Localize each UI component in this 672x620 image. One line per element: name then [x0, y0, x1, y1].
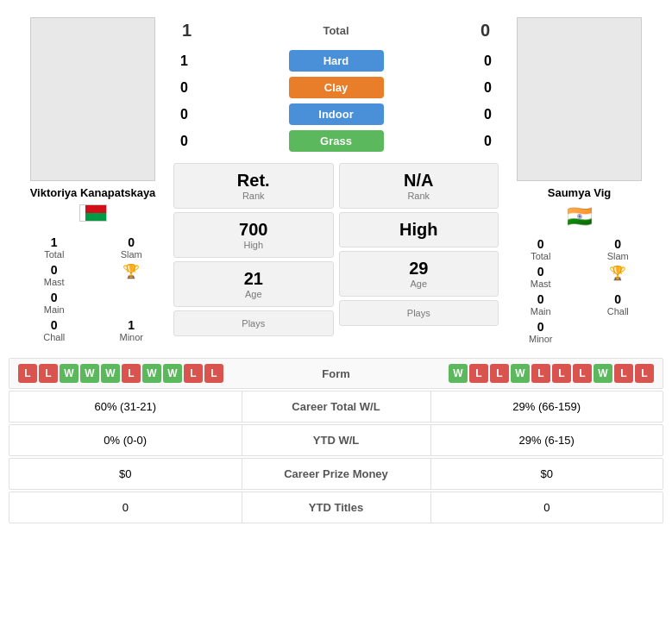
- right-minor-stat: 0 Minor: [504, 320, 578, 344]
- left-slam-stat: 0 Slam: [95, 235, 169, 260]
- form-badge-l: L: [39, 364, 58, 383]
- right-player-name: Saumya Vig: [548, 186, 611, 199]
- right-chall-value: 0: [614, 292, 621, 306]
- left-minor-label: Minor: [119, 332, 143, 342]
- vs-left-score: 1: [182, 21, 192, 41]
- vs-total-label: Total: [323, 24, 349, 37]
- left-mast-stat: 0 Mast: [17, 263, 91, 287]
- left-age-val: 21: [178, 269, 330, 289]
- right-player-flag: 🇮🇳: [567, 204, 593, 229]
- left-total-stat: 1 Total: [17, 235, 91, 260]
- surface-row-hard: 1 Hard 0: [173, 47, 499, 74]
- left-chall-label: Chall: [43, 332, 65, 342]
- form-badge-l: L: [531, 364, 550, 383]
- form-badge-w: W: [80, 364, 99, 383]
- right-slam-stat: 0 Slam: [581, 237, 656, 261]
- left-main-label: Main: [44, 304, 65, 315]
- career-total-center: Career Total W/L: [242, 391, 431, 422]
- right-total-stat: 0 Total: [504, 237, 578, 261]
- right-rank-lbl: Rank: [343, 191, 495, 201]
- ytd-titles-left: 0: [9, 492, 242, 523]
- ytd-wl-center: YTD W/L: [242, 425, 431, 455]
- indoor-button[interactable]: Indoor: [289, 103, 384, 125]
- right-trophy: 🏆: [581, 265, 656, 289]
- right-chall-stat: 0 Chall: [581, 292, 656, 316]
- right-player-photo: [517, 17, 642, 181]
- left-trophy: 🏆: [95, 263, 169, 287]
- grass-right: 0: [477, 134, 499, 149]
- form-badge-l: L: [204, 364, 223, 383]
- hard-left: 1: [173, 53, 195, 69]
- right-age-box: 29 Age: [339, 251, 499, 297]
- form-badge-l: L: [18, 364, 37, 383]
- hard-right: 0: [477, 53, 499, 69]
- form-label: Form: [322, 367, 350, 380]
- right-age-lbl: Age: [343, 279, 495, 289]
- form-badge-l: L: [490, 364, 509, 383]
- bottom-stats: LLWWWLWWLL Form WLLWLLLWLL 60% (31-21) C…: [9, 358, 663, 523]
- right-chall-label: Chall: [607, 306, 629, 316]
- right-main-value: 0: [537, 292, 544, 306]
- form-badge-w: W: [163, 364, 182, 383]
- hard-button[interactable]: Hard: [289, 50, 384, 72]
- ytd-wl-right: 29% (6-15): [431, 425, 663, 455]
- left-player: Viktoriya Kanapatskaya 1 Total 0 Slam 0 …: [17, 17, 168, 342]
- right-player: Saumya Vig 🇮🇳 0 Total 0 Slam 0 Mast: [504, 17, 655, 344]
- ytd-wl-left: 0% (0-0): [9, 425, 242, 455]
- left-age-lbl: Age: [178, 289, 330, 299]
- left-mast-label: Mast: [44, 277, 65, 287]
- ytd-titles-center: YTD Titles: [242, 492, 431, 523]
- right-mast-label: Mast: [531, 279, 551, 289]
- right-minor-label: Minor: [529, 334, 553, 344]
- indoor-right: 0: [477, 107, 499, 122]
- top-section: Viktoriya Kanapatskaya 1 Total 0 Slam 0 …: [9, 9, 663, 353]
- form-badge-w: W: [60, 364, 79, 383]
- left-main-value: 0: [51, 291, 58, 304]
- right-mast-stat: 0 Mast: [504, 265, 578, 289]
- left-minor-value: 1: [128, 318, 135, 332]
- prize-left: $0: [9, 459, 242, 489]
- form-badge-l: L: [184, 364, 203, 383]
- surface-rows: 1 Hard 0 0 Clay 0 0 Indoor 0 0 Grass: [173, 47, 499, 154]
- center-col: 1 Total 0 1 Hard 0 0 Clay 0 0 Indo: [173, 17, 499, 336]
- career-total-row: 60% (31-21) Career Total W/L 29% (66-159…: [9, 391, 663, 423]
- right-mast-value: 0: [537, 265, 544, 279]
- form-badge-l: L: [614, 364, 633, 383]
- right-rank-val: N/A: [343, 171, 495, 191]
- left-total-value: 1: [51, 235, 58, 249]
- right-minor-value: 0: [537, 320, 544, 334]
- left-plays-box: Plays: [173, 310, 334, 336]
- form-badge-w: W: [511, 364, 530, 383]
- prize-row: $0 Career Prize Money $0: [9, 458, 663, 490]
- left-chall-value: 0: [51, 318, 58, 332]
- right-plays-lbl: Plays: [343, 308, 495, 318]
- right-stats-box: N/A Rank High 29 Age Plays: [339, 163, 499, 336]
- right-high-val: High: [343, 220, 495, 240]
- left-slam-value: 0: [128, 235, 135, 249]
- form-row: LLWWWLWWLL Form WLLWLLLWLL: [9, 358, 663, 389]
- surface-row-grass: 0 Grass 0: [173, 128, 499, 154]
- belarus-flag: [79, 204, 107, 222]
- clay-button[interactable]: Clay: [289, 77, 384, 98]
- vs-total-row: 1 Total 0: [173, 17, 499, 44]
- right-form-badges: WLLWLLLWLL: [449, 364, 654, 383]
- form-badge-l: L: [635, 364, 654, 383]
- left-player-flag: [79, 204, 107, 227]
- surface-row-clay: 0 Clay 0: [173, 74, 499, 101]
- left-high-val: 700: [178, 220, 330, 240]
- ytd-titles-row: 0 YTD Titles 0: [9, 492, 663, 523]
- surface-row-indoor: 0 Indoor 0: [173, 101, 499, 128]
- left-high-box: 700 High: [173, 212, 334, 258]
- right-plays-box: Plays: [339, 300, 499, 326]
- clay-left: 0: [173, 80, 195, 96]
- form-badge-w: W: [593, 364, 612, 383]
- ytd-wl-row: 0% (0-0) YTD W/L 29% (6-15): [9, 424, 663, 456]
- left-chall-stat: 0 Chall: [17, 318, 91, 342]
- grass-button[interactable]: Grass: [289, 130, 384, 152]
- left-player-photo: [30, 17, 155, 181]
- left-age-box: 21 Age: [173, 261, 334, 307]
- left-form-badges: LLWWWLWWLL: [18, 364, 223, 383]
- form-badge-l: L: [573, 364, 592, 383]
- indoor-left: 0: [173, 107, 195, 122]
- career-total-right: 29% (66-159): [431, 391, 663, 422]
